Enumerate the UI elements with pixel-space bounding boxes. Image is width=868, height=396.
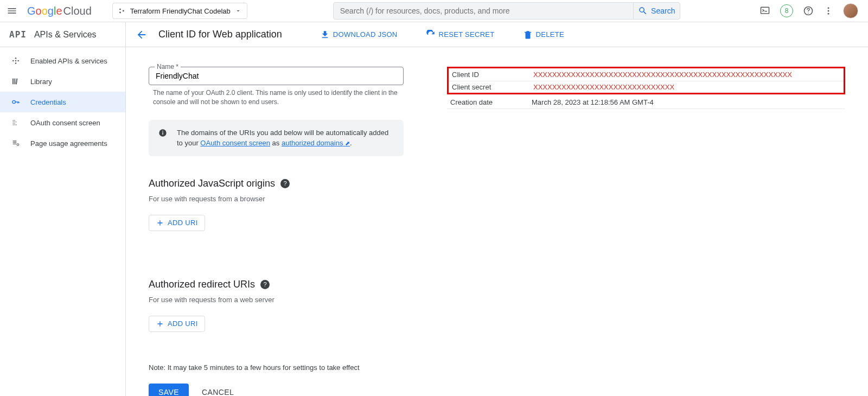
avatar[interactable] <box>843 3 858 18</box>
notification-badge[interactable]: 8 <box>780 4 793 17</box>
sidebar-item-enabled-apis[interactable]: Enabled APIs & services <box>0 50 125 71</box>
svg-rect-3 <box>761 7 769 14</box>
sidebar-item-library[interactable]: Library <box>0 71 125 92</box>
help-icon[interactable]: ? <box>260 280 270 289</box>
client-info-panel-highlight: Client ID XXXXXXXXXXXXXXXXXXXXXXXXXXXXXX… <box>447 67 845 94</box>
name-input[interactable] <box>149 67 403 85</box>
cancel-button[interactable]: CANCEL <box>202 388 234 396</box>
js-origins-subtitle: For use with requests from a browser <box>149 195 404 203</box>
svg-rect-19 <box>162 132 163 135</box>
svg-point-7 <box>828 13 829 15</box>
svg-point-0 <box>119 9 121 10</box>
more-options-icon[interactable] <box>824 6 833 16</box>
sidebar-item-credentials[interactable]: Credentials <box>0 92 125 112</box>
client-id-row: Client ID XXXXXXXXXXXXXXXXXXXXXXXXXXXXXX… <box>449 68 844 81</box>
svg-point-20 <box>162 130 163 131</box>
project-name: Terraform FriendlyChat Codelab <box>130 7 231 15</box>
svg-rect-14 <box>14 79 15 85</box>
creation-date-row: Creation date March 28, 2023 at 12:18:56… <box>447 96 845 109</box>
help-icon[interactable]: ? <box>280 179 290 188</box>
oauth-consent-icon <box>11 118 21 127</box>
svg-point-2 <box>123 10 124 12</box>
sidebar-item-label: Page usage agreements <box>30 139 107 148</box>
project-selector[interactable]: Terraform FriendlyChat Codelab <box>112 3 247 19</box>
enabled-apis-icon <box>11 56 21 66</box>
svg-point-16 <box>12 100 15 103</box>
page-title: Client ID for Web application <box>158 29 282 40</box>
save-button[interactable]: SAVE <box>149 384 189 396</box>
cloud-shell-icon[interactable] <box>760 5 770 16</box>
google-cloud-logo[interactable]: Google Cloud <box>27 5 92 17</box>
redirect-uris-heading: Authorized redirect URIs ? <box>149 279 404 290</box>
settings-note: Note: It may take 5 minutes to a few hou… <box>149 363 404 372</box>
menu-icon[interactable] <box>5 4 18 17</box>
sidebar-item-page-usage[interactable]: Page usage agreements <box>0 133 125 154</box>
search-bar[interactable]: Search <box>333 2 680 20</box>
info-panel: The domains of the URIs you add below wi… <box>149 120 404 156</box>
download-json-button[interactable]: DOWNLOAD JSON <box>320 30 398 40</box>
oauth-consent-link[interactable]: OAuth consent screen <box>200 139 270 147</box>
svg-point-5 <box>828 7 829 9</box>
svg-point-11 <box>15 58 17 59</box>
page-usage-icon <box>11 138 21 148</box>
authorized-domains-link[interactable]: authorized domains ⬈ <box>282 139 350 147</box>
info-icon <box>158 129 167 149</box>
svg-point-8 <box>15 60 17 62</box>
back-arrow-icon[interactable] <box>136 29 148 41</box>
svg-point-1 <box>119 11 121 13</box>
sidebar-item-label: Credentials <box>30 98 66 106</box>
svg-point-6 <box>828 10 829 12</box>
help-icon[interactable] <box>803 5 814 16</box>
library-icon <box>11 76 21 86</box>
svg-point-10 <box>17 60 19 62</box>
name-field-helper: The name of your OAuth 2.0 client. This … <box>149 88 404 107</box>
search-input[interactable] <box>334 7 633 15</box>
reset-secret-button[interactable]: RESET SECRET <box>426 30 495 40</box>
client-secret-value[interactable]: XXXXXXXXXXXXXXXXXXXXXXXXXXXXXX <box>533 83 674 91</box>
svg-rect-15 <box>16 79 17 85</box>
sidebar-item-label: OAuth consent screen <box>30 119 100 127</box>
svg-point-12 <box>15 62 17 64</box>
svg-point-9 <box>12 60 14 62</box>
name-field-label: Name * <box>155 63 181 71</box>
add-redirect-uri-button[interactable]: ADD URI <box>149 316 205 332</box>
sidebar-item-label: Library <box>30 78 52 86</box>
client-secret-row: Client secret XXXXXXXXXXXXXXXXXXXXXXXXXX… <box>449 81 844 94</box>
redirect-uris-subtitle: For use with requests from a web server <box>149 296 404 304</box>
sidebar-item-oauth-consent[interactable]: OAuth consent screen <box>0 112 125 133</box>
section-title: APIs & Services <box>34 30 97 40</box>
sidebar-item-label: Enabled APIs & services <box>30 57 107 65</box>
js-origins-heading: Authorized JavaScript origins ? <box>149 178 404 189</box>
creation-date-value: March 28, 2023 at 12:18:56 AM GMT-4 <box>532 98 654 106</box>
name-field[interactable]: Name * <box>149 67 404 85</box>
delete-button[interactable]: DELETE <box>523 30 564 40</box>
credentials-icon <box>11 97 21 107</box>
svg-rect-13 <box>12 79 14 85</box>
search-button[interactable]: Search <box>633 3 680 19</box>
add-js-origin-button[interactable]: ADD URI <box>149 215 205 231</box>
api-icon: API <box>9 29 27 40</box>
client-id-value[interactable]: XXXXXXXXXXXXXXXXXXXXXXXXXXXXXXXXXXXXXXXX… <box>533 71 792 79</box>
